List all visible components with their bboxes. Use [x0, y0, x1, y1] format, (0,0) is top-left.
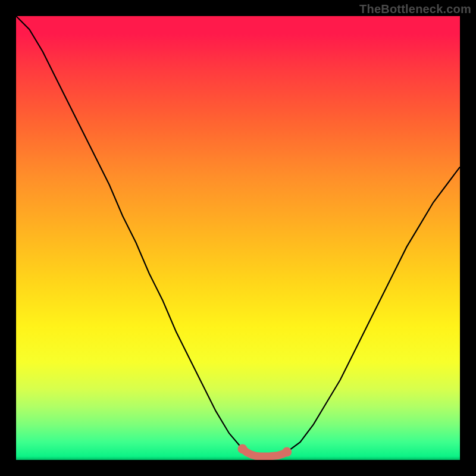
highlight-path	[243, 449, 287, 456]
chart-svg	[16, 16, 460, 460]
highlight-dot-left	[238, 444, 248, 453]
watermark-text: TheBottleneck.com	[359, 2, 471, 16]
highlight-dot-right	[282, 447, 292, 457]
curve-path	[16, 16, 460, 456]
plot-area	[16, 16, 460, 460]
chart-frame: TheBottleneck.com	[0, 0, 476, 476]
